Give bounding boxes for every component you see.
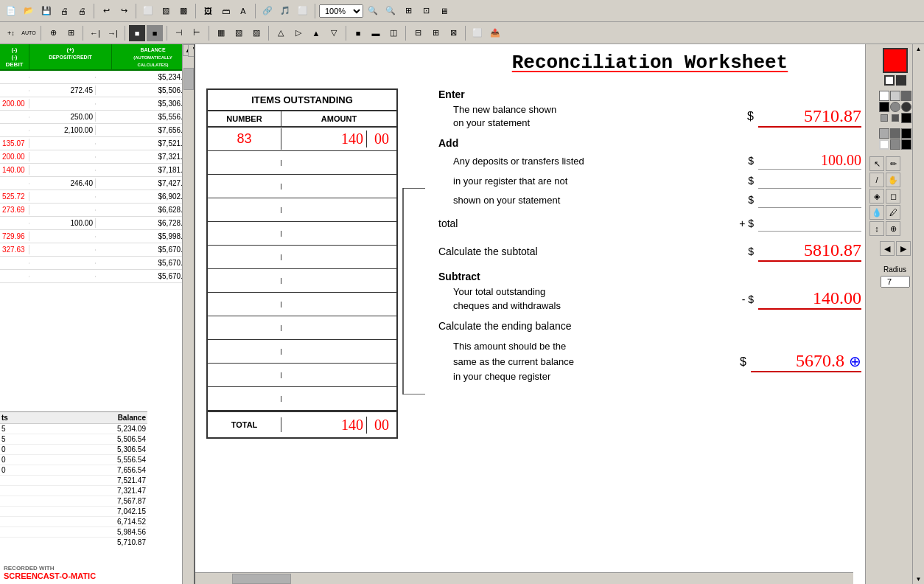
subtract-label: Subtract bbox=[438, 271, 861, 282]
zoom-fit-button[interactable]: ⊞ bbox=[400, 3, 416, 19]
help-tab[interactable]: "Help" tab bbox=[188, 44, 195, 57]
white-box-icon[interactable] bbox=[884, 75, 895, 86]
select-button[interactable]: ⬜ bbox=[140, 3, 156, 19]
new-button[interactable]: 📄 bbox=[3, 3, 19, 19]
hand-tool[interactable]: ✋ bbox=[886, 173, 900, 187]
eraser-tool[interactable]: ◻ bbox=[886, 189, 900, 204]
left-arrow-button[interactable]: ◀ bbox=[880, 241, 895, 256]
add-desc1: Any deposits or transfers listed bbox=[453, 156, 748, 167]
image2-button[interactable]: 🗃 bbox=[217, 3, 234, 19]
cursor-tool[interactable]: ↕ bbox=[869, 221, 884, 236]
outstanding-table: ITEMS OUTSTANDING NUMBER AMOUNT 83 140 0… bbox=[206, 88, 398, 439]
shape2-button[interactable]: ▬ bbox=[368, 25, 384, 41]
zoom-in-button[interactable]: 🔍 bbox=[365, 3, 381, 19]
save-button[interactable]: 💾 bbox=[38, 3, 55, 19]
zoom-out-button[interactable]: 🔍 bbox=[382, 3, 399, 19]
color-btn2[interactable]: ■ bbox=[147, 25, 163, 41]
p2-4[interactable] bbox=[879, 139, 889, 150]
scrollbar-right[interactable]: ▲ ▼ bbox=[912, 44, 924, 584]
palette-sm-gray[interactable] bbox=[881, 114, 888, 122]
scrollbar-horizontal[interactable] bbox=[195, 572, 853, 584]
palette-sm-dark[interactable] bbox=[892, 114, 899, 122]
radius-input[interactable] bbox=[881, 276, 910, 288]
black-box-icon[interactable] bbox=[896, 75, 906, 86]
p2-6[interactable] bbox=[901, 139, 911, 150]
image-button[interactable]: 🖼 bbox=[200, 3, 216, 19]
palette-gray2[interactable] bbox=[901, 91, 911, 101]
palette-gray1[interactable] bbox=[890, 91, 900, 101]
select-col-button[interactable]: ⊞ bbox=[63, 25, 79, 41]
box-button[interactable]: ⬜ bbox=[295, 3, 311, 19]
palette-circle-gray[interactable] bbox=[890, 102, 900, 112]
scrollbar-thumb[interactable] bbox=[183, 68, 194, 90]
select3-button[interactable]: ▩ bbox=[175, 3, 192, 19]
right-arrow-button[interactable]: ▶ bbox=[896, 241, 911, 256]
split3-button[interactable]: ⊠ bbox=[445, 25, 461, 41]
print-button[interactable]: 🖨 bbox=[56, 3, 72, 19]
palette-black2[interactable] bbox=[901, 113, 911, 123]
p2-1[interactable] bbox=[879, 128, 889, 139]
left-align-button[interactable]: ⊣ bbox=[171, 25, 187, 41]
open-button[interactable]: 📂 bbox=[21, 3, 37, 19]
tri1-button[interactable]: △ bbox=[273, 25, 289, 41]
outdent-button[interactable]: →| bbox=[105, 25, 121, 41]
ending-amount-row: This amount should be thesame as the cur… bbox=[453, 339, 861, 385]
pencil-tool[interactable]: ✏ bbox=[886, 156, 900, 171]
scrollbar-vertical[interactable]: ▲ bbox=[182, 44, 194, 584]
p2-3[interactable] bbox=[901, 128, 911, 139]
scroll-up-icon[interactable]: ▲ bbox=[916, 46, 922, 52]
color-swatch[interactable] bbox=[883, 48, 908, 73]
outstanding-row-12 bbox=[208, 387, 396, 411]
p2-5[interactable] bbox=[890, 139, 900, 150]
add-row-button[interactable]: +↕ bbox=[3, 25, 19, 41]
palette-circle-dark[interactable] bbox=[901, 102, 911, 112]
split1-button[interactable]: ⊟ bbox=[410, 25, 426, 41]
deposit-header: (+)DEPOSIT/CREDIT bbox=[29, 44, 112, 69]
debit-header: (-)(-) DEBIT bbox=[0, 44, 29, 69]
select2-button[interactable]: ▨ bbox=[158, 3, 174, 19]
fill-tool[interactable]: 💧 bbox=[869, 205, 884, 220]
zoom-select[interactable]: 100% 75% 125% bbox=[319, 4, 363, 18]
text-button[interactable]: A bbox=[235, 3, 251, 19]
palette-white[interactable] bbox=[879, 91, 889, 101]
select-all-button[interactable]: ⊕ bbox=[45, 25, 61, 41]
right-align-button[interactable]: ⊢ bbox=[189, 25, 205, 41]
cell-button[interactable]: ▨ bbox=[248, 25, 265, 41]
shape3-button[interactable]: ◫ bbox=[385, 25, 402, 41]
indent-button[interactable]: ←| bbox=[87, 25, 103, 41]
palette-black[interactable] bbox=[879, 102, 889, 112]
line-tool[interactable]: / bbox=[869, 173, 884, 187]
redo-button[interactable]: ↪ bbox=[116, 3, 132, 19]
outstanding-total-row: TOTAL 140 00 bbox=[208, 411, 396, 437]
monitor-button[interactable]: 🖥 bbox=[435, 3, 452, 19]
zoom-tool[interactable]: ⊕ bbox=[886, 221, 900, 236]
outstanding-row-10 bbox=[208, 340, 396, 364]
media-button[interactable]: 🎵 bbox=[277, 3, 293, 19]
export2-button[interactable]: 📤 bbox=[487, 25, 503, 41]
eyedrop-tool[interactable]: 🖊 bbox=[886, 205, 900, 220]
scrollbar-h-thumb[interactable] bbox=[232, 574, 291, 584]
grid-button[interactable]: ▦ bbox=[213, 25, 229, 41]
tri3-button[interactable]: ▲ bbox=[308, 25, 324, 41]
outstanding-row-8 bbox=[208, 293, 396, 316]
undo-button[interactable]: ↩ bbox=[98, 3, 114, 19]
auto-button[interactable]: AUTO bbox=[21, 25, 37, 41]
outstanding-row-3 bbox=[208, 175, 396, 198]
link-button[interactable]: 🔗 bbox=[259, 3, 276, 19]
new-balance-value: 5710.87 bbox=[758, 106, 861, 128]
new-balance-dollar: $ bbox=[747, 110, 754, 123]
highlight-tool[interactable]: ◈ bbox=[869, 189, 884, 204]
zoom-page-button[interactable]: ⊡ bbox=[418, 3, 434, 19]
tri2-button[interactable]: ▷ bbox=[290, 25, 307, 41]
scroll-down-icon[interactable]: ▼ bbox=[916, 576, 922, 583]
p2-2[interactable] bbox=[890, 128, 900, 139]
split2-button[interactable]: ⊞ bbox=[427, 25, 444, 41]
arrow-tool[interactable]: ↖ bbox=[869, 156, 884, 171]
export1-button[interactable]: ⬜ bbox=[469, 25, 486, 41]
grid2-button[interactable]: ▧ bbox=[231, 25, 247, 41]
table-row: 250.00 $5,556.54 bbox=[0, 111, 194, 124]
color-btn1[interactable]: ■ bbox=[129, 25, 145, 41]
print2-button[interactable]: 🖨 bbox=[74, 3, 90, 19]
shape1-button[interactable]: ■ bbox=[350, 25, 366, 41]
tri4-button[interactable]: ▽ bbox=[326, 25, 342, 41]
